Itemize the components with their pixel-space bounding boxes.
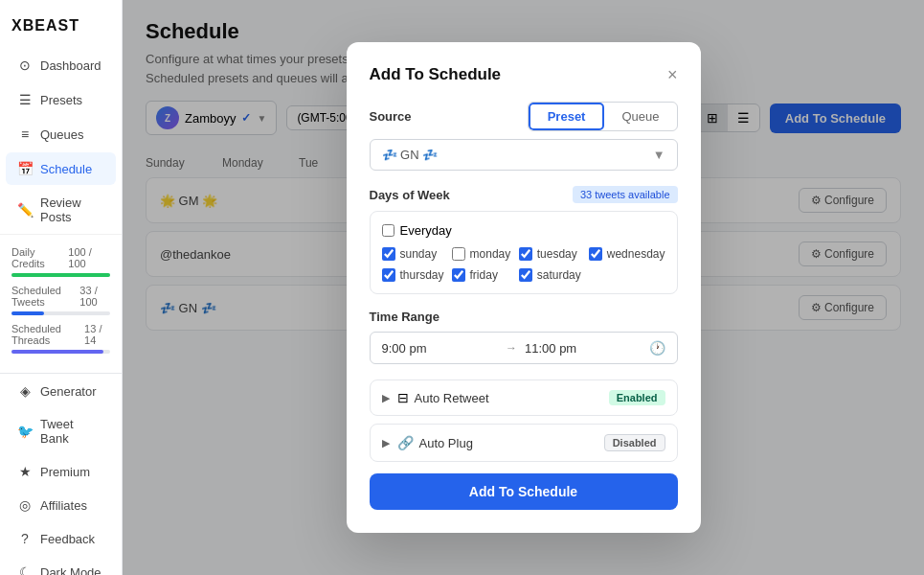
days-section: Days of Week 33 tweets available Everyda…	[370, 186, 678, 294]
time-start: 9:00 pm	[382, 341, 499, 356]
sidebar-label-schedule: Schedule	[40, 162, 92, 176]
sidebar-label-review: Review Posts	[40, 196, 104, 224]
scheduled-threads-label: Scheduled Threads 13 / 14	[11, 323, 110, 346]
day-tuesday: tuesday	[519, 247, 581, 261]
auto-plug-status: Disabled	[604, 434, 665, 451]
source-section: Source Preset Queue 💤 GN 💤 ▼	[370, 102, 678, 171]
sunday-checkbox[interactable]	[382, 247, 395, 261]
sidebar-bottom: ◈ Generator 🐦 Tweet Bank ★ Premium ◎ Aff…	[0, 373, 122, 575]
sidebar-item-feedback[interactable]: ? Feedback	[6, 522, 116, 555]
daily-credits-bar	[11, 273, 110, 277]
modal-title: Add To Schedule	[370, 65, 502, 84]
logo: XBEAST	[0, 0, 122, 48]
friday-checkbox[interactable]	[452, 268, 465, 282]
sidebar-label-queues: Queues	[40, 127, 84, 142]
premium-icon: ★	[17, 464, 33, 479]
day-thursday: thursday	[382, 268, 444, 282]
days-label: Days of Week 33 tweets available	[370, 186, 678, 203]
clock-icon: 🕐	[649, 340, 665, 356]
tuesday-checkbox[interactable]	[519, 247, 532, 261]
chevron-icon-retweet: ▶	[382, 392, 390, 404]
queue-button[interactable]: Queue	[604, 103, 676, 130]
source-label: Source Preset Queue	[370, 102, 678, 131]
sidebar-item-affiliates[interactable]: ◎ Affiliates	[6, 489, 116, 521]
day-friday: friday	[452, 268, 511, 282]
schedule-icon: 📅	[17, 161, 33, 176]
daily-credits-fill	[11, 273, 110, 277]
credits-section: Daily Credits 100 / 100 Scheduled Tweets…	[0, 234, 122, 373]
generator-icon: ◈	[17, 383, 33, 399]
scheduled-tweets-label: Scheduled Tweets 33 / 100	[11, 285, 110, 308]
scheduled-threads-fill	[11, 350, 103, 354]
dark-mode-icon: ☾	[17, 564, 33, 575]
days-box: Everyday sunday monday tue	[370, 211, 678, 294]
time-label: Time Range	[370, 310, 678, 324]
auto-plug-row[interactable]: ▶ 🔗 Auto Plug Disabled	[370, 424, 678, 462]
time-end: 11:00 pm	[525, 341, 642, 356]
close-button[interactable]: ×	[667, 66, 678, 83]
sidebar-item-tweet-bank[interactable]: 🐦 Tweet Bank	[6, 408, 116, 454]
tweets-available-badge: 33 tweets available	[573, 186, 678, 203]
modal-header: Add To Schedule ×	[370, 65, 678, 84]
tweet-bank-icon: 🐦	[17, 424, 33, 439]
auto-retweet-row[interactable]: ▶ ⊟ Auto Retweet Enabled	[370, 380, 678, 416]
review-icon: ✏️	[17, 202, 33, 218]
scheduled-tweets-bar	[11, 311, 110, 315]
preset-dropdown-icon: ▼	[653, 148, 665, 162]
everyday-label: Everyday	[400, 223, 452, 238]
auto-plug-label: Auto Plug	[419, 436, 604, 450]
selected-preset: 💤 GN 💤	[382, 148, 439, 162]
wednesday-checkbox[interactable]	[589, 247, 602, 261]
scheduled-tweets-fill	[11, 311, 44, 315]
sidebar-nav: ⊙ Dashboard ☰ Presets ≡ Queues 📅 Schedul…	[0, 48, 122, 234]
day-monday: monday	[452, 247, 511, 261]
sidebar-item-review-posts[interactable]: ✏️ Review Posts	[6, 187, 116, 233]
everyday-checkbox[interactable]	[382, 224, 394, 237]
add-to-schedule-modal: Add To Schedule × Source Preset Queue 💤 …	[347, 42, 701, 533]
sidebar-item-schedule[interactable]: 📅 Schedule	[6, 152, 116, 185]
time-section: Time Range 9:00 pm → 11:00 pm 🕐	[370, 310, 678, 364]
scheduled-threads-bar	[11, 350, 110, 354]
time-range: 9:00 pm → 11:00 pm 🕐	[370, 332, 678, 364]
thursday-checkbox[interactable]	[382, 268, 395, 282]
days-grid: sunday monday tuesday wednesday	[382, 247, 665, 282]
daily-credits-label: Daily Credits 100 / 100	[11, 246, 110, 269]
modal-submit-button[interactable]: Add To Schedule	[370, 473, 678, 510]
sidebar-item-dashboard[interactable]: ⊙ Dashboard	[6, 49, 116, 81]
modal-overlay: Add To Schedule × Source Preset Queue 💤 …	[123, 0, 924, 575]
time-arrow: →	[506, 341, 517, 355]
day-saturday: saturday	[519, 268, 581, 282]
sidebar-label-presets: Presets	[40, 93, 82, 107]
day-wednesday: wednesday	[589, 247, 665, 261]
saturday-checkbox[interactable]	[519, 268, 532, 282]
sidebar-item-presets[interactable]: ☰ Presets	[6, 83, 116, 116]
plug-icon: 🔗	[397, 435, 414, 450]
dashboard-icon: ⊙	[17, 58, 33, 73]
sidebar-label-dashboard: Dashboard	[40, 58, 101, 73]
retweet-icon: ⊟	[397, 390, 409, 405]
sidebar: XBEAST ⊙ Dashboard ☰ Presets ≡ Queues 📅 …	[0, 0, 123, 575]
chevron-icon-plug: ▶	[382, 437, 390, 449]
main-content: Schedule Configure at what times your pr…	[123, 0, 924, 575]
feedback-icon: ?	[17, 531, 33, 546]
auto-retweet-label: Auto Retweet	[415, 391, 609, 405]
presets-icon: ☰	[17, 92, 33, 107]
sidebar-item-queues[interactable]: ≡ Queues	[6, 118, 116, 150]
affiliates-icon: ◎	[17, 497, 33, 513]
everyday-row: Everyday	[382, 223, 665, 238]
queues-icon: ≡	[17, 126, 33, 142]
preset-button[interactable]: Preset	[529, 103, 605, 130]
day-sunday: sunday	[382, 247, 444, 261]
auto-retweet-status: Enabled	[609, 390, 665, 405]
sidebar-item-premium[interactable]: ★ Premium	[6, 455, 116, 488]
sidebar-item-generator[interactable]: ◈ Generator	[6, 375, 116, 407]
source-toggle: Preset Queue	[528, 102, 678, 131]
sidebar-item-dark-mode[interactable]: ☾ Dark Mode	[6, 556, 116, 575]
preset-selector[interactable]: 💤 GN 💤 ▼	[370, 139, 678, 171]
monday-checkbox[interactable]	[452, 247, 465, 261]
